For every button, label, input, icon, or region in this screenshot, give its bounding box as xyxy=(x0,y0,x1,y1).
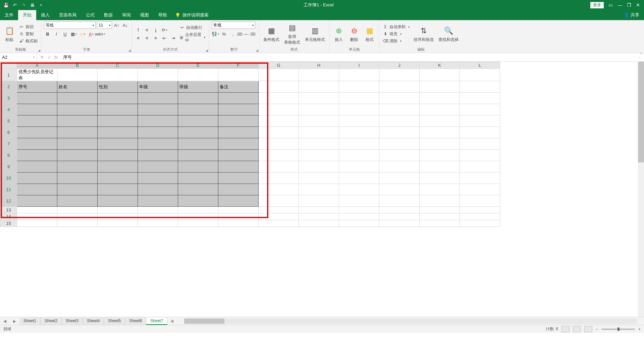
increase-font-icon[interactable]: A↑ xyxy=(113,21,120,29)
cell-D5[interactable] xyxy=(138,115,178,127)
fx-icon[interactable]: fx xyxy=(54,55,58,60)
cell-A12[interactable] xyxy=(17,195,57,207)
cell-J11[interactable] xyxy=(379,184,420,195)
cell-L7[interactable] xyxy=(460,138,500,150)
vertical-scrollbar[interactable] xyxy=(638,62,644,317)
comma-icon[interactable]: , xyxy=(229,30,236,38)
cell-L6[interactable] xyxy=(460,127,500,138)
delete-cells-button[interactable]: ⊖删除 xyxy=(347,25,361,43)
page-break-view-icon[interactable] xyxy=(584,326,592,332)
cell-E9[interactable] xyxy=(178,161,218,172)
cell-H14[interactable] xyxy=(299,213,339,220)
sheet-tab-Sheet6[interactable]: Sheet6 xyxy=(125,317,146,325)
cell-I10[interactable] xyxy=(339,172,379,184)
cell-J12[interactable] xyxy=(379,195,420,207)
cell-C6[interactable] xyxy=(98,127,138,138)
cell-D7[interactable] xyxy=(138,138,178,150)
align-left-icon[interactable]: ≡ xyxy=(135,34,142,42)
col-header-J[interactable]: J xyxy=(379,62,420,69)
cell-F4[interactable] xyxy=(218,104,259,115)
indent-increase-icon[interactable]: ⇥ xyxy=(169,34,177,42)
cell-H2[interactable] xyxy=(299,81,339,93)
name-box[interactable]: A2▾ xyxy=(0,53,37,61)
col-header-C[interactable]: C xyxy=(98,62,138,69)
align-right-icon[interactable]: ≡ xyxy=(152,34,159,42)
cell-H3[interactable] xyxy=(299,93,339,104)
cell-D3[interactable] xyxy=(138,93,178,104)
paste-button[interactable]: 📋 粘贴 xyxy=(3,25,16,43)
align-bottom-icon[interactable]: ⭳ xyxy=(152,26,159,34)
cell-K2[interactable] xyxy=(420,81,460,93)
cell-A2[interactable]: 序号 xyxy=(17,81,57,93)
phonetic-button[interactable]: wén xyxy=(96,30,104,38)
cell-D10[interactable] xyxy=(138,172,178,184)
cell-H8[interactable] xyxy=(299,150,339,161)
cut-button[interactable]: ✂剪切 xyxy=(18,24,38,30)
sheet-tab-Sheet1[interactable]: Sheet1 xyxy=(19,317,41,325)
cell-F1[interactable] xyxy=(218,69,259,81)
cell-E7[interactable] xyxy=(178,138,218,150)
cell-C4[interactable] xyxy=(98,104,138,115)
font-color-button[interactable]: A xyxy=(88,30,95,38)
cell-C13[interactable] xyxy=(98,207,138,213)
cell-A7[interactable] xyxy=(17,138,57,150)
find-select-button[interactable]: 🔍查找和选择 xyxy=(437,25,460,43)
cell-L9[interactable] xyxy=(460,161,500,172)
cell-F13[interactable] xyxy=(218,207,259,213)
align-middle-icon[interactable]: ≡ xyxy=(143,26,151,34)
cell-G3[interactable] xyxy=(259,93,299,104)
tab-layout[interactable]: 页面布局 xyxy=(54,10,81,20)
cell-K7[interactable] xyxy=(420,138,460,150)
col-header-F[interactable]: F xyxy=(218,62,259,69)
cell-F14[interactable] xyxy=(218,213,259,220)
cell-B13[interactable] xyxy=(57,207,98,213)
undo-icon[interactable]: ↶ xyxy=(12,2,17,8)
select-all-corner[interactable] xyxy=(0,62,17,69)
cell-C14[interactable] xyxy=(98,213,138,220)
align-top-icon[interactable]: ⭱ xyxy=(135,26,142,34)
cell-F10[interactable] xyxy=(218,172,259,184)
cell-J6[interactable] xyxy=(379,127,420,138)
row-header-13[interactable]: 13 xyxy=(0,207,17,213)
zoom-in-icon[interactable]: + xyxy=(638,327,641,332)
cell-K1[interactable] xyxy=(420,69,460,81)
cell-B4[interactable] xyxy=(57,104,98,115)
cell-D11[interactable] xyxy=(138,184,178,195)
cell-I7[interactable] xyxy=(339,138,379,150)
copy-button[interactable]: ⎘复制 xyxy=(18,31,38,37)
cell-G2[interactable] xyxy=(259,81,299,93)
cell-J3[interactable] xyxy=(379,93,420,104)
cell-G6[interactable] xyxy=(259,127,299,138)
cell-B11[interactable] xyxy=(57,184,98,195)
cell-G11[interactable] xyxy=(259,184,299,195)
wrap-text-button[interactable]: ↩自动换行 xyxy=(179,24,206,31)
cell-B5[interactable] xyxy=(57,115,98,127)
sort-filter-button[interactable]: ⇅排序和筛选 xyxy=(412,25,435,43)
cell-K9[interactable] xyxy=(420,161,460,172)
cell-B9[interactable] xyxy=(57,161,98,172)
cell-D2[interactable]: 年级 xyxy=(138,81,178,93)
spreadsheet-grid[interactable]: ABCDEFGHIJKL1优秀少先队员登记表2序号姓名性别年级班级备注34567… xyxy=(0,62,644,317)
cell-K8[interactable] xyxy=(420,150,460,161)
cell-L13[interactable] xyxy=(460,207,500,213)
cell-A1[interactable]: 优秀少先队员登记表 xyxy=(17,69,57,81)
cell-H1[interactable] xyxy=(299,69,339,81)
cell-J7[interactable] xyxy=(379,138,420,150)
cell-K12[interactable] xyxy=(420,195,460,207)
cell-B15[interactable] xyxy=(57,220,98,227)
increase-decimal-icon[interactable]: .00→ xyxy=(238,30,245,38)
tab-formulas[interactable]: 公式 xyxy=(81,10,99,20)
row-header-8[interactable]: 8 xyxy=(0,150,17,161)
decrease-font-icon[interactable]: A↓ xyxy=(122,21,129,29)
cell-K15[interactable] xyxy=(420,220,460,227)
cell-E4[interactable] xyxy=(178,104,218,115)
number-launcher-icon[interactable]: ◢ xyxy=(256,49,258,52)
cell-G7[interactable] xyxy=(259,138,299,150)
cell-G8[interactable] xyxy=(259,150,299,161)
cell-H13[interactable] xyxy=(299,207,339,213)
sheet-tab-Sheet4[interactable]: Sheet4 xyxy=(83,317,104,325)
touch-mode-icon[interactable]: 🖶 xyxy=(30,2,35,8)
cell-B3[interactable] xyxy=(57,93,98,104)
cell-I4[interactable] xyxy=(339,104,379,115)
table-style-button[interactable]: ▤套用 表格格式 xyxy=(283,22,302,46)
